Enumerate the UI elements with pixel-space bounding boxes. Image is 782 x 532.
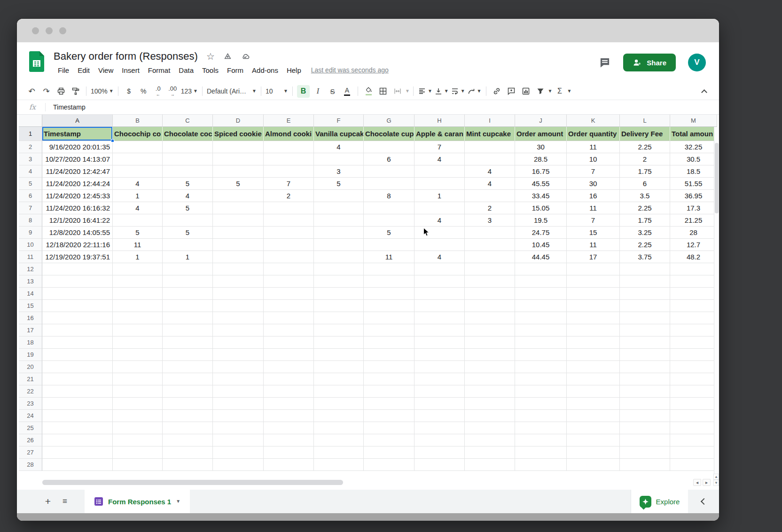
- scroll-up-icon[interactable]: ▲: [713, 474, 719, 480]
- cell-D7[interactable]: [213, 202, 264, 214]
- cell-C21[interactable]: [163, 373, 213, 385]
- cell-E23[interactable]: [264, 398, 314, 410]
- scroll-down-icon[interactable]: ▼: [713, 480, 719, 486]
- cell-E16[interactable]: [264, 312, 314, 324]
- cell-H27[interactable]: [414, 446, 465, 459]
- cell-H16[interactable]: [414, 312, 465, 324]
- cell-I8[interactable]: 3: [465, 214, 515, 227]
- cell-J25[interactable]: [515, 422, 567, 434]
- cell-H1[interactable]: Apple & caran: [414, 127, 465, 141]
- cell-E28[interactable]: [264, 459, 314, 471]
- cell-L25[interactable]: [620, 422, 670, 434]
- row-header-20[interactable]: 20: [19, 361, 42, 373]
- cell-H22[interactable]: [414, 385, 465, 398]
- cell-K15[interactable]: [567, 300, 620, 312]
- cell-E4[interactable]: [264, 165, 314, 178]
- sheet-tab-form-responses[interactable]: Form Responses 1 ▼: [85, 490, 190, 513]
- cell-A20[interactable]: [42, 361, 113, 373]
- cell-M4[interactable]: 18.5: [670, 165, 717, 178]
- cell-H8[interactable]: 4: [414, 214, 465, 227]
- cell-A4[interactable]: 11/24/2020 12:42:47: [42, 165, 113, 178]
- cell-G22[interactable]: [364, 385, 414, 398]
- cell-I14[interactable]: [465, 288, 515, 300]
- font-family-select[interactable]: Default (Ari…▼: [207, 85, 257, 98]
- cell-L8[interactable]: 1.75: [620, 214, 670, 227]
- row-header-11[interactable]: 11: [19, 251, 42, 263]
- decrease-decimal-button[interactable]: .0←: [152, 85, 164, 98]
- cell-C3[interactable]: [163, 153, 213, 165]
- cell-I23[interactable]: [465, 398, 515, 410]
- cell-B16[interactable]: [113, 312, 163, 324]
- cell-M25[interactable]: [670, 422, 717, 434]
- cell-E5[interactable]: 7: [264, 178, 314, 190]
- cell-B19[interactable]: [113, 349, 163, 361]
- cell-L22[interactable]: [620, 385, 670, 398]
- cell-E17[interactable]: [264, 324, 314, 336]
- cell-B8[interactable]: [113, 214, 163, 227]
- cell-K7[interactable]: 11: [567, 202, 620, 214]
- cell-J11[interactable]: 44.45: [515, 251, 567, 263]
- cell-C4[interactable]: [163, 165, 213, 178]
- cell-E10[interactable]: [264, 239, 314, 251]
- menu-addons[interactable]: Add-ons: [248, 65, 282, 75]
- cell-L26[interactable]: [620, 434, 670, 446]
- cell-D17[interactable]: [213, 324, 264, 336]
- font-size-select[interactable]: 10▼: [266, 85, 288, 98]
- cell-G12[interactable]: [364, 263, 414, 275]
- cell-I25[interactable]: [465, 422, 515, 434]
- cell-A12[interactable]: [42, 263, 113, 275]
- cell-K13[interactable]: [567, 275, 620, 288]
- cell-G13[interactable]: [364, 275, 414, 288]
- cell-G28[interactable]: [364, 459, 414, 471]
- cell-M2[interactable]: 32.25: [670, 141, 717, 153]
- cell-A7[interactable]: 11/24/2020 16:16:32: [42, 202, 113, 214]
- cell-D9[interactable]: [213, 227, 264, 239]
- cell-I4[interactable]: 4: [465, 165, 515, 178]
- column-header-C[interactable]: C: [163, 115, 213, 127]
- cell-G24[interactable]: [364, 410, 414, 422]
- cell-F28[interactable]: [314, 459, 364, 471]
- row-header-18[interactable]: 18: [19, 336, 42, 349]
- cell-J10[interactable]: 10.45: [515, 239, 567, 251]
- cell-H10[interactable]: [414, 239, 465, 251]
- cell-G8[interactable]: [364, 214, 414, 227]
- cell-B28[interactable]: [113, 459, 163, 471]
- cell-K22[interactable]: [567, 385, 620, 398]
- cell-H2[interactable]: 7: [414, 141, 465, 153]
- cell-M3[interactable]: 30.5: [670, 153, 717, 165]
- cell-I13[interactable]: [465, 275, 515, 288]
- cell-E22[interactable]: [264, 385, 314, 398]
- cell-M16[interactable]: [670, 312, 717, 324]
- cell-A10[interactable]: 12/18/2020 22:11:16: [42, 239, 113, 251]
- horizontal-align-button[interactable]: ▼: [418, 85, 432, 98]
- cell-J3[interactable]: 28.5: [515, 153, 567, 165]
- cell-G17[interactable]: [364, 324, 414, 336]
- cell-I21[interactable]: [465, 373, 515, 385]
- cell-D12[interactable]: [213, 263, 264, 275]
- increase-decimal-button[interactable]: .00→: [166, 85, 179, 98]
- cell-D3[interactable]: [213, 153, 264, 165]
- zoom-select[interactable]: 100%▼: [91, 85, 114, 98]
- cell-M13[interactable]: [670, 275, 717, 288]
- cell-G19[interactable]: [364, 349, 414, 361]
- cell-G18[interactable]: [364, 336, 414, 349]
- cell-D10[interactable]: [213, 239, 264, 251]
- cell-G7[interactable]: [364, 202, 414, 214]
- cell-A21[interactable]: [42, 373, 113, 385]
- cell-J5[interactable]: 45.55: [515, 178, 567, 190]
- cell-F20[interactable]: [314, 361, 364, 373]
- cell-C10[interactable]: [163, 239, 213, 251]
- cell-B3[interactable]: [113, 153, 163, 165]
- column-header-I[interactable]: I: [465, 115, 515, 127]
- account-avatar[interactable]: V: [688, 54, 706, 71]
- cell-M5[interactable]: 51.55: [670, 178, 717, 190]
- cell-E7[interactable]: [264, 202, 314, 214]
- all-sheets-button[interactable]: ≡: [56, 490, 73, 513]
- cell-G9[interactable]: 5: [364, 227, 414, 239]
- comment-history-icon[interactable]: [599, 56, 611, 69]
- menu-tools[interactable]: Tools: [198, 65, 223, 75]
- row-header-5[interactable]: 5: [19, 178, 42, 190]
- row-header-27[interactable]: 27: [19, 446, 42, 459]
- row-header-14[interactable]: 14: [19, 288, 42, 300]
- menu-file[interactable]: File: [54, 65, 73, 75]
